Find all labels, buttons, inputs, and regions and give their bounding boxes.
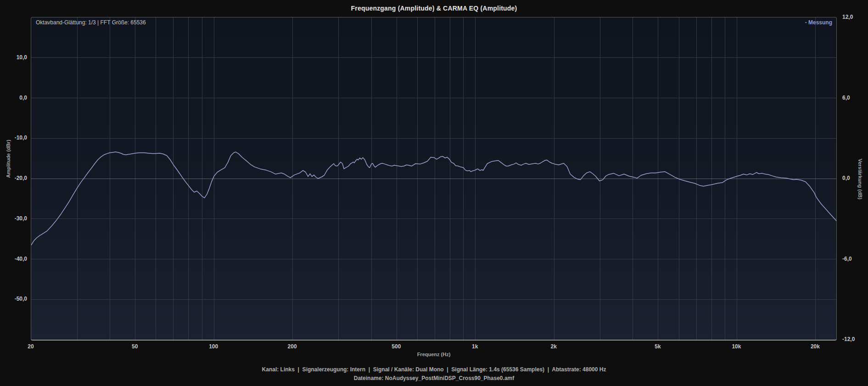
x-tick-label: 10k [732, 343, 741, 350]
x-tick-label: 100 [209, 343, 218, 350]
y-right-tick-label: 12,0 [840, 14, 868, 20]
y-right-tick-label: 0,0 [840, 175, 868, 181]
y-left-tick-label: -50,0 [0, 296, 27, 302]
x-tick-label: 50 [132, 343, 138, 350]
y-right-tick-label: 6,0 [840, 95, 868, 101]
x-tick-label: 2k [551, 343, 557, 350]
left-axis-tick-labels: 10,00,0-10,0-20,0-30,0-40,0-50,0 [0, 17, 27, 341]
carma-app-window: { "window": { "title": "Frequenzgang (Am… [0, 0, 868, 386]
y-left-tick-label: -10,0 [0, 134, 27, 141]
x-tick-label: 500 [392, 343, 401, 350]
x-axis-title: Frequenz (Hz) [31, 352, 837, 357]
frequency-response-chart [31, 17, 836, 340]
y-right-tick-label: -12,0 [840, 336, 868, 342]
page-title: Frequenzgang (Amplitude) & CARMA EQ (Amp… [0, 5, 868, 12]
left-axis-title: Amplitude (dBr) [6, 140, 11, 178]
plot-area[interactable]: Oktavband-Glättung: 1/3 | FFT Größe: 655… [31, 17, 837, 341]
legend-messung: - Messung [805, 19, 832, 26]
right-axis-title: Verstärkung (dB) [857, 159, 863, 200]
x-tick-label: 5k [655, 343, 661, 350]
y-left-tick-label: -30,0 [0, 215, 27, 222]
x-tick-label: 1k [472, 343, 478, 350]
right-axis-tick-labels: 12,06,00,0-6,0-12,0 [840, 17, 868, 341]
y-left-tick-label: -20,0 [0, 175, 27, 181]
y-left-tick-label: -40,0 [0, 256, 27, 262]
gridlines [31, 17, 836, 340]
x-tick-label: 20 [28, 343, 34, 350]
frequency-response-curve [31, 152, 836, 245]
y-right-tick-label: -6,0 [840, 256, 868, 262]
status-bar-filename: Dateiname: NoAudyssey_PostMiniDSP_Cross9… [0, 375, 868, 381]
x-tick-label: 20k [811, 343, 820, 350]
smoothing-fft-info-label: Oktavband-Glättung: 1/3 | FFT Größe: 655… [36, 19, 146, 26]
y-left-tick-label: 0,0 [0, 95, 27, 101]
x-tick-label: 200 [288, 343, 297, 350]
status-bar-measurement-info: Kanal: Links | Signalerzeugung: Intern |… [0, 366, 868, 373]
y-left-tick-label: 10,0 [0, 54, 27, 61]
x-axis-tick-labels: 20501002005001k2k5k10k20k [31, 342, 837, 351]
